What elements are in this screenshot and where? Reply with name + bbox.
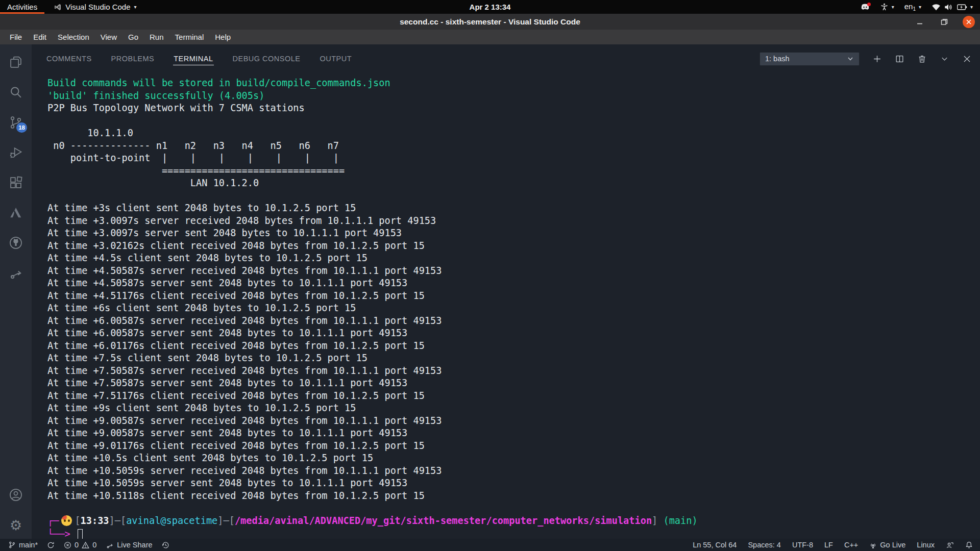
sync-icon[interactable] (47, 541, 55, 549)
menu-view[interactable]: View (95, 31, 122, 43)
minimize-button[interactable] (914, 16, 926, 28)
indentation-item[interactable]: Spaces: 4 (748, 541, 781, 549)
activities-button[interactable]: Activities (0, 0, 44, 14)
search-icon[interactable] (8, 85, 23, 100)
kill-terminal-icon[interactable] (917, 54, 927, 64)
menu-edit[interactable]: Edit (28, 31, 52, 43)
menu-go[interactable]: Go (122, 31, 144, 43)
bottom-panel: COMMENTSPROBLEMSTERMINALDEBUG CONSOLEOUT… (32, 44, 980, 539)
run-debug-icon[interactable] (8, 145, 23, 160)
notifications-bell-icon[interactable] (965, 541, 973, 549)
tab-debug-console[interactable]: DEBUG CONSOLE (232, 53, 301, 65)
terminal-line: ================================ (47, 165, 980, 178)
volume-icon (944, 3, 953, 11)
terminal-line: At time +7.51176s client received 2048 b… (47, 390, 980, 403)
terminal-line: At time +6s client sent 2048 bytes to 10… (47, 302, 980, 315)
maximize-panel-chevron-icon[interactable] (940, 54, 949, 64)
menu-file[interactable]: File (4, 31, 28, 43)
timeline-history-icon[interactable] (162, 541, 169, 549)
menu-help[interactable]: Help (209, 31, 236, 43)
terminal-line: At time +10.5s client sent 2048 bytes to… (47, 452, 980, 465)
shell-prompt-line-2: └──> (47, 528, 980, 539)
terminal-line: At time +7.50587s server received 2048 b… (47, 365, 980, 378)
vscode-app-icon (54, 3, 62, 11)
go-live-item[interactable]: Go Live (869, 541, 905, 549)
tab-comments[interactable]: COMMENTS (46, 53, 92, 65)
source-control-icon[interactable]: 18 (8, 115, 23, 130)
live-share-icon[interactable] (8, 265, 23, 281)
terminal-line: At time +3.0097s server received 2048 by… (47, 215, 980, 228)
terminal-line: At time +7.5s client sent 2048 bytes to … (47, 352, 980, 365)
live-share-status-item[interactable]: Live Share (106, 541, 152, 549)
terminal-line: At time +3.0097s server sent 2048 bytes … (47, 227, 980, 240)
git-branch-label: main* (19, 541, 38, 549)
status-bar-right: Ln 55, Col 64 Spaces: 4 UTF-8 LF C++ Go … (693, 541, 973, 549)
terminal-picker[interactable]: 1: bash (760, 52, 860, 66)
restore-button[interactable] (938, 16, 950, 28)
terminal-line (47, 115, 980, 128)
remote-os-item[interactable]: Linux (917, 541, 935, 549)
accounts-icon[interactable] (8, 487, 23, 503)
status-bar: main* 0 0 Live Share Ln 55, Col 64 Space… (0, 539, 980, 551)
discord-notification-dot (867, 3, 871, 6)
discord-icon[interactable] (861, 4, 870, 11)
accessibility-caret-icon: ▾ (892, 4, 894, 10)
extensions-icon[interactable] (8, 175, 23, 190)
accessibility-menu[interactable]: ▾ (880, 3, 894, 11)
atlassian-icon[interactable] (8, 205, 23, 220)
system-caret-icon: ▾ (970, 4, 973, 10)
system-status-menu[interactable]: ▾ (932, 3, 973, 11)
encoding-item[interactable]: UTF-8 (792, 541, 813, 549)
git-branch-item[interactable]: main* (8, 541, 38, 549)
close-button[interactable] (963, 16, 975, 28)
tab-output[interactable]: OUTPUT (320, 53, 353, 65)
system-tray: ▾ en1 ▾ ▾ (861, 2, 980, 12)
terminal-output[interactable]: Build commands will be stored in build/c… (32, 70, 980, 539)
feedback-icon[interactable] (946, 541, 954, 549)
panel-tabs: COMMENTSPROBLEMSTERMINALDEBUG CONSOLEOUT… (46, 53, 352, 65)
keyboard-layout-label: en1 (904, 2, 916, 12)
explorer-icon[interactable] (8, 55, 23, 70)
split-terminal-icon[interactable] (895, 54, 904, 64)
menu-selection[interactable]: Selection (52, 31, 95, 43)
terminal-line: At time +6.00587s server received 2048 b… (47, 315, 980, 328)
menu-bar: FileEditSelectionViewGoRunTerminalHelp (0, 30, 980, 44)
terminal-line: At time +9.01176s client received 2048 b… (47, 440, 980, 453)
terminal-line: At time +4.50587s server sent 2048 bytes… (47, 277, 980, 290)
source-control-badge: 18 (16, 122, 27, 133)
window-titlebar[interactable]: second.cc - sixth-semester - Visual Stud… (0, 14, 980, 30)
app-menu-caret-icon: ▾ (134, 4, 137, 10)
github-icon[interactable] (8, 235, 23, 251)
cursor-position-item[interactable]: Ln 55, Col 64 (693, 541, 737, 549)
terminal-line: 'build' finished successfully (4.005s) (47, 90, 980, 103)
activity-bar: 18 ⚙ (0, 44, 32, 539)
language-mode-item[interactable]: C++ (844, 541, 858, 549)
keyboard-layout-caret-icon: ▾ (919, 4, 921, 10)
warning-count: 0 (92, 541, 96, 549)
menu-terminal[interactable]: Terminal (169, 31, 210, 43)
settings-gear-icon[interactable]: ⚙ (8, 517, 23, 533)
wifi-icon (932, 3, 941, 11)
terminal-line: At time +3.02162s client received 2048 b… (47, 240, 980, 253)
terminal-line: At time +10.5118s client received 2048 b… (47, 490, 980, 503)
terminal-line: At time +9.00587s server received 2048 b… (47, 415, 980, 428)
terminal-line: At time +4.5s client sent 2048 bytes to … (47, 252, 980, 265)
panel-actions: 1: bash (760, 52, 972, 66)
terminal-line: At time +9.00587s server sent 2048 bytes… (47, 427, 980, 440)
terminal-line: At time +10.5059s server sent 2048 bytes… (47, 477, 980, 490)
window-controls (914, 14, 975, 30)
terminal-line: At time +4.50587s server received 2048 b… (47, 265, 980, 278)
activities-label: Activities (7, 3, 37, 11)
keyboard-layout-menu[interactable]: en1 ▾ (904, 2, 921, 12)
window-title: second.cc - sixth-semester - Visual Stud… (400, 17, 580, 27)
menu-run[interactable]: Run (144, 31, 169, 43)
tab-terminal[interactable]: TERMINAL (173, 53, 213, 65)
new-terminal-icon[interactable] (872, 54, 882, 64)
focused-app-menu[interactable]: Visual Studio Code ▾ (54, 3, 136, 11)
clock[interactable]: Apr 2 13:34 (470, 3, 511, 11)
terminal-line: At time +6.01176s client received 2048 b… (47, 340, 980, 353)
eol-item[interactable]: LF (824, 541, 833, 549)
tab-problems[interactable]: PROBLEMS (111, 53, 155, 65)
close-panel-icon[interactable] (962, 54, 972, 64)
problems-item[interactable]: 0 0 (64, 541, 96, 549)
